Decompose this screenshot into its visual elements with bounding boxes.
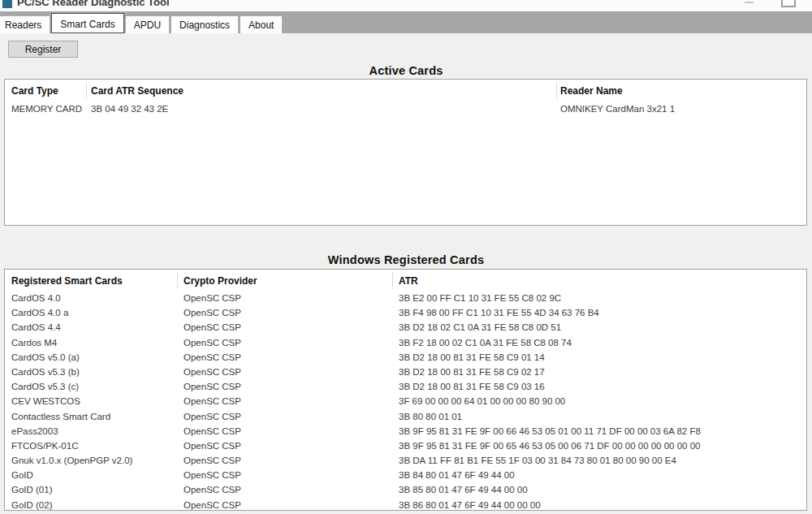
card-name-cell: Gnuk v1.0.x (OpenPGP v2.0) xyxy=(11,456,132,465)
column-separator xyxy=(86,82,87,99)
active-cards-title: Active Cards xyxy=(0,64,812,77)
card-name-cell: CardOS 4.0 xyxy=(11,293,61,303)
active-cards-panel: Card TypeCard ATR SequenceReader Name ME… xyxy=(4,79,807,226)
atr-cell: 3B E2 00 FF C1 10 31 FE 55 C8 02 9C xyxy=(399,293,561,303)
card-name-cell: CardOS v5.0 (a) xyxy=(11,352,80,362)
column-separator xyxy=(177,272,178,289)
atr-cell: 3B 9F 95 81 31 FE 9F 00 65 46 53 05 00 0… xyxy=(399,441,700,451)
tab-smart-cards[interactable]: Smart Cards xyxy=(51,13,123,33)
table-row[interactable]: ePass2003OpenSC CSP3B 9F 95 81 31 FE 9F … xyxy=(5,425,806,439)
crypto-provider-cell: OpenSC CSP xyxy=(184,352,241,362)
column-header-reader-name[interactable]: Reader Name xyxy=(560,85,623,97)
active-cards-rows: MEMORY CARD3B 04 49 32 43 2EOMNIKEY Card… xyxy=(5,102,806,117)
atr-cell: 3B D2 18 00 81 31 FE 58 C9 03 16 xyxy=(399,382,545,391)
card-type-cell: MEMORY CARD xyxy=(11,104,82,114)
tab-apdu[interactable]: APDU xyxy=(125,15,170,33)
registered-cards-title: Windows Registered Cards xyxy=(0,253,812,266)
atr-cell: 3B D2 18 02 C1 0A 31 FE 58 C8 0D 51 xyxy=(399,322,561,332)
crypto-provider-cell: OpenSC CSP xyxy=(184,308,241,317)
tab-diagnostics[interactable]: Diagnostics xyxy=(171,15,239,33)
atr-cell: 3B 80 80 01 01 xyxy=(399,412,462,421)
table-row[interactable]: CardOS 4.0OpenSC CSP3B E2 00 FF C1 10 31… xyxy=(5,292,806,306)
crypto-provider-cell: OpenSC CSP xyxy=(184,293,241,303)
crypto-provider-cell: OpenSC CSP xyxy=(184,485,241,495)
atr-cell: 3B 9F 95 81 31 FE 9F 00 66 46 53 05 01 0… xyxy=(399,426,701,436)
card-name-cell: CardOS 4.0 a xyxy=(11,308,68,317)
column-header-crypto-provider[interactable]: Crypto Provider xyxy=(184,275,257,287)
column-header-card-type[interactable]: Card Type xyxy=(11,85,58,97)
table-row[interactable]: MEMORY CARD3B 04 49 32 43 2EOMNIKEY Card… xyxy=(5,102,806,117)
atr-cell: 3B 84 80 01 47 6F 49 44 00 xyxy=(399,470,515,480)
table-row[interactable]: Cardos M4OpenSC CSP3B F2 18 00 02 C1 0A … xyxy=(5,336,806,351)
registered-cards-header: Registered Smart CardsCrypto ProviderATR xyxy=(5,270,806,291)
atr-cell: 3B 86 80 01 47 6F 49 44 00 00 00 xyxy=(399,500,541,510)
table-row[interactable]: CardOS v5.3 (b)OpenSC CSP3B D2 18 00 81 … xyxy=(5,365,806,380)
reader-name-cell: OMNIKEY CardMan 3x21 1 xyxy=(560,104,675,114)
column-header-registered-smart-cards[interactable]: Registered Smart Cards xyxy=(11,275,123,287)
card-atr-cell: 3B 04 49 32 43 2E xyxy=(91,104,168,114)
card-name-cell: Contactless Smart Card xyxy=(11,412,110,421)
crypto-provider-cell: OpenSC CSP xyxy=(184,456,241,465)
atr-cell: 3B D2 18 00 81 31 FE 58 C9 02 17 xyxy=(399,367,545,377)
table-row[interactable]: CardOS v5.0 (a)OpenSC CSP3B D2 18 00 81 … xyxy=(5,351,806,365)
card-name-cell: FTCOS/PK-01C xyxy=(11,441,78,451)
table-row[interactable]: CardOS v5.3 (c)OpenSC CSP3B D2 18 00 81 … xyxy=(5,380,806,395)
crypto-provider-cell: OpenSC CSP xyxy=(184,412,241,421)
crypto-provider-cell: OpenSC CSP xyxy=(184,367,241,377)
crypto-provider-cell: OpenSC CSP xyxy=(184,426,241,436)
crypto-provider-cell: OpenSC CSP xyxy=(184,500,241,510)
registered-cards-panel: Registered Smart CardsCrypto ProviderATR… xyxy=(4,269,807,511)
table-row[interactable]: GoID (02)OpenSC CSP3B 86 80 01 47 6F 49 … xyxy=(5,499,806,511)
active-cards-header: Card TypeCard ATR SequenceReader Name xyxy=(5,80,806,101)
crypto-provider-cell: OpenSC CSP xyxy=(184,470,241,480)
column-separator xyxy=(392,272,393,289)
crypto-provider-cell: OpenSC CSP xyxy=(184,322,241,332)
table-row[interactable]: Gnuk v1.0.x (OpenPGP v2.0)OpenSC CSP3B D… xyxy=(5,454,806,469)
table-row[interactable]: GoID (01)OpenSC CSP3B 85 80 01 47 6F 49 … xyxy=(5,483,806,498)
column-header-card-atr-sequence[interactable]: Card ATR Sequence xyxy=(91,85,184,97)
register-button[interactable]: Register xyxy=(8,41,78,58)
card-name-cell: GoID xyxy=(11,470,33,480)
table-row[interactable]: CardOS 4.4OpenSC CSP3B D2 18 02 C1 0A 31… xyxy=(5,321,806,335)
window-title: PC/SC Reader Diagnostic Tool xyxy=(17,0,170,8)
table-row[interactable]: Contactless Smart CardOpenSC CSP3B 80 80… xyxy=(5,410,806,425)
minimize-icon[interactable] xyxy=(745,2,754,3)
atr-cell: 3B DA 11 FF 81 B1 FE 55 1F 03 00 31 84 7… xyxy=(399,456,676,465)
card-name-cell: CEV WESTCOS xyxy=(11,396,80,406)
card-name-cell: GoID (01) xyxy=(11,485,53,495)
atr-cell: 3F 69 00 00 00 64 01 00 00 00 80 90 00 xyxy=(399,396,565,406)
crypto-provider-cell: OpenSC CSP xyxy=(184,441,241,451)
card-name-cell: CardOS v5.3 (c) xyxy=(11,382,79,391)
table-row[interactable]: FTCOS/PK-01COpenSC CSP3B 9F 95 81 31 FE … xyxy=(5,439,806,454)
atr-cell: 3B D2 18 00 81 31 FE 58 C9 01 14 xyxy=(399,352,545,362)
title-bar: PC/SC Reader Diagnostic Tool xyxy=(0,0,812,11)
column-separator xyxy=(556,82,557,99)
table-row[interactable]: CardOS 4.0 aOpenSC CSP3B F4 98 00 FF C1 … xyxy=(5,306,806,321)
card-name-cell: Cardos M4 xyxy=(11,338,57,348)
card-name-cell: CardOS 4.4 xyxy=(11,322,61,332)
tab-strip: ReadersSmart CardsAPDUDiagnosticsAbout xyxy=(0,11,812,33)
atr-cell: 3B 85 80 01 47 6F 49 44 00 00 xyxy=(399,485,528,495)
maximize-icon[interactable] xyxy=(781,0,796,7)
crypto-provider-cell: OpenSC CSP xyxy=(184,382,241,391)
card-name-cell: CardOS v5.3 (b) xyxy=(11,367,80,377)
registered-cards-rows: CardOS 4.0OpenSC CSP3B E2 00 FF C1 10 31… xyxy=(5,292,806,511)
crypto-provider-cell: OpenSC CSP xyxy=(184,338,241,348)
atr-cell: 3B F4 98 00 FF C1 10 31 FE 55 4D 34 63 7… xyxy=(399,308,599,317)
card-name-cell: ePass2003 xyxy=(11,426,58,436)
card-name-cell: GoID (02) xyxy=(11,500,53,510)
atr-cell: 3B F2 18 00 02 C1 0A 31 FE 58 C8 08 74 xyxy=(399,338,572,348)
tab-readers[interactable]: Readers xyxy=(0,15,50,33)
table-row[interactable]: GoIDOpenSC CSP3B 84 80 01 47 6F 49 44 00 xyxy=(5,469,806,483)
table-row[interactable]: CEV WESTCOSOpenSC CSP3F 69 00 00 00 64 0… xyxy=(5,395,806,409)
app-icon xyxy=(2,0,12,8)
crypto-provider-cell: OpenSC CSP xyxy=(184,396,241,406)
column-header-atr[interactable]: ATR xyxy=(399,275,418,287)
tab-about[interactable]: About xyxy=(240,15,283,33)
